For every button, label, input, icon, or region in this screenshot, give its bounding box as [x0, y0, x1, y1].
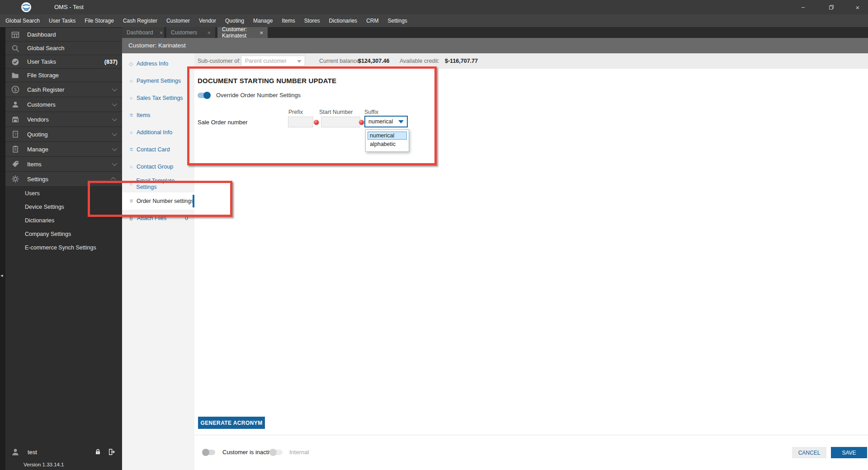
menu-manage[interactable]: Manage [249, 14, 277, 27]
logout-icon[interactable] [108, 448, 116, 456]
sidebar-subitem-label: E-commerce Synch Settings [25, 244, 96, 251]
restore-icon[interactable] [817, 0, 845, 14]
cancel-button[interactable]: CANCEL [792, 447, 826, 458]
sidebar-subitem-label: Users [25, 190, 40, 197]
sidebar-item-cash-register[interactable]: $ Cash Register [5, 82, 122, 97]
sidebar-item-global-search[interactable]: Global Search [5, 42, 122, 55]
chevron-down-icon [112, 116, 117, 121]
nav-additional-info[interactable]: ○Additional Info [122, 124, 194, 141]
sidebar-item-dashboard[interactable]: Dashboard [5, 28, 122, 42]
menu-dictionaries[interactable]: Dictionaries [324, 14, 362, 27]
tab-customers[interactable]: Customers × [166, 27, 215, 38]
override-toggle-label: Override Order Number Settings [216, 92, 301, 99]
version-label: Version 1.33.14.1 [24, 462, 64, 467]
nav-items[interactable]: =Items [122, 107, 194, 124]
lock-icon[interactable] [94, 448, 101, 456]
tab-close-icon[interactable]: × [253, 29, 263, 36]
sidebar-item-label: User Tasks [27, 58, 56, 65]
sidebar-item-manage[interactable]: Manage [5, 142, 122, 157]
current-balance-label: Current balance: [319, 53, 361, 69]
folder-icon [11, 71, 20, 80]
user-row: test [5, 446, 122, 458]
menu-stores[interactable]: Stores [300, 14, 325, 27]
titlebar: OMS - Test − × [0, 0, 868, 14]
menu-cash-register[interactable]: Cash Register [118, 14, 162, 27]
nav-contact-card[interactable]: =Contact Card [122, 141, 194, 158]
svg-text:?: ? [14, 132, 17, 136]
sidebar-subitem-label: Dictionaries [25, 217, 54, 224]
nav-order-number-settings[interactable]: =Order Number settings [122, 193, 194, 210]
sidebar-item-customers[interactable]: Customers [5, 97, 122, 112]
suffix-dropdown-list: numerical alphabetic [365, 129, 409, 152]
sidebar-item-label: Cash Register [27, 86, 64, 93]
tab-dashboard[interactable]: Dashboard × [122, 27, 164, 38]
search-icon [11, 44, 20, 53]
menu-crm[interactable]: CRM [362, 14, 383, 27]
nav-sales-tax-settings[interactable]: ○Sales Tax Settings [122, 89, 194, 107]
menu-quoting[interactable]: Quoting [221, 14, 249, 27]
sidebar-collapse-icon[interactable]: ◂ [0, 273, 3, 278]
sidebar-item-label: Settings [27, 176, 48, 183]
sidebar-item-file-storage[interactable]: File Storage [5, 69, 122, 82]
sidebar-item-device-settings[interactable]: Device Settings [5, 200, 122, 214]
menu-customer[interactable]: Customer [162, 14, 194, 27]
customer-header-row: Sub-customer of: Parent customer Current… [194, 53, 868, 69]
nav-payment-settings[interactable]: ○Payment Settings [122, 72, 194, 89]
storefront-icon [11, 115, 20, 124]
tab-customer-karinatest[interactable]: Customer: Karinatest × [217, 27, 268, 38]
suffix-select[interactable]: numerical [364, 116, 408, 127]
nav-address-info[interactable]: ◇Address Info [122, 55, 194, 72]
sidebar-item-company-settings[interactable]: Company Settings [5, 227, 122, 241]
dropdown-option-numerical[interactable]: numerical [368, 132, 407, 140]
nav-contact-group[interactable]: ○Contact Group [122, 158, 194, 175]
app-window: OMS - Test − × Global Search User Tasks … [0, 0, 868, 470]
sidebar-item-label: Dashboard [27, 31, 56, 38]
sidebar-item-dictionaries[interactable]: Dictionaries [5, 214, 122, 227]
window-title: OMS - Test [54, 0, 84, 14]
sidebar-item-quoting[interactable]: ? Quoting [5, 127, 122, 142]
menu-file-storage[interactable]: File Storage [80, 14, 118, 27]
sidebar-item-label: Customers [27, 101, 56, 108]
nav-attach-files[interactable]: Attach Files 0 [122, 210, 194, 227]
toggle-knob [202, 449, 209, 456]
toggle-knob [269, 449, 277, 456]
sidebar: Dashboard Global Search User Tasks (837)… [0, 27, 122, 470]
save-button[interactable]: SAVE [831, 447, 867, 458]
dropdown-option-alphabetic[interactable]: alphabetic [366, 141, 409, 148]
chevron-down-icon [112, 131, 117, 136]
sidebar-item-user-tasks[interactable]: User Tasks (837) [5, 55, 122, 69]
generate-acronym-button[interactable]: GENERATE ACRONYM [198, 417, 265, 429]
chevron-down-icon [112, 86, 117, 91]
close-icon[interactable]: × [844, 0, 868, 14]
parent-customer-select: Parent customer [241, 56, 305, 66]
sidebar-item-items[interactable]: Items [5, 157, 122, 172]
error-dot-icon [359, 120, 364, 125]
minimize-icon[interactable]: − [789, 0, 817, 14]
menu-items[interactable]: Items [277, 14, 299, 27]
sidebar-item-users[interactable]: Users [5, 187, 122, 200]
nav-email-template-settings[interactable]: ○Email Template Settings [122, 175, 194, 193]
circle-icon: ○ [127, 181, 135, 187]
circle-icon: ○ [127, 95, 135, 101]
override-order-number-toggle[interactable] [198, 93, 210, 98]
sidebar-subitem-label: Company Settings [25, 231, 71, 237]
menu-vendor[interactable]: Vendor [194, 14, 221, 27]
menu-user-tasks[interactable]: User Tasks [44, 14, 80, 27]
menu-settings[interactable]: Settings [383, 14, 411, 27]
circle-icon: ○ [127, 164, 135, 169]
attach-files-count: 0 [185, 215, 188, 221]
tab-close-icon[interactable]: × [201, 29, 211, 36]
tab-close-icon[interactable]: × [153, 29, 163, 36]
prefix-input[interactable] [288, 117, 313, 127]
sidebar-item-vendors[interactable]: Vendors [5, 112, 122, 127]
sidebar-item-ecommerce-synch-settings[interactable]: E-commerce Synch Settings [5, 241, 122, 254]
section-title: DOCUMENT STARTING NUMBER UPDATE [198, 77, 336, 85]
username-label: test [28, 449, 37, 456]
customer-inactive-toggle[interactable] [203, 450, 215, 455]
sidebar-item-settings[interactable]: Settings [5, 172, 122, 187]
app-logo-icon [21, 2, 32, 13]
menu-global-search[interactable]: Global Search [1, 14, 44, 27]
error-dot-icon [314, 120, 319, 125]
chevron-down-icon [112, 101, 117, 106]
start-number-input[interactable] [321, 117, 360, 127]
